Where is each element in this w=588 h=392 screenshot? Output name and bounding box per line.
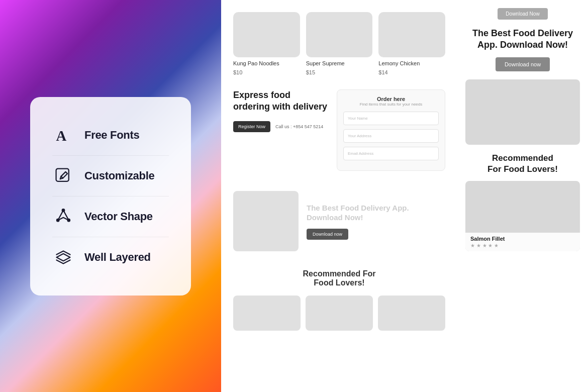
bottom-food-thumb-2 (306, 296, 373, 331)
food-name-3: Lemony Chicken (378, 60, 445, 66)
food-price-1: $10 (233, 69, 300, 75)
feature-item-vector-shape: Vector Shape (52, 197, 169, 237)
right-recommended-section: RecommendedFor Food Lovers! Salmon Fille… (465, 153, 580, 251)
feature-card: A Free Fonts Customizable (30, 97, 191, 296)
food-name-1: Kung Pao Noodles (233, 60, 300, 66)
food-item-1: Kung Pao Noodles $10 (233, 12, 300, 75)
download-title-mini: The Best Food Delivery App. Download Now… (307, 203, 445, 223)
salmon-card: Salmon Fillet ★ ★ ★ ★ ★ (465, 181, 580, 251)
well-layered-label: Well Layered (84, 251, 151, 264)
food-thumb-2 (306, 12, 373, 57)
right-main-title: The Best Food Delivery App. Download Now… (465, 28, 580, 51)
middle-panel: Kung Pao Noodles $10 Super Supreme $15 L… (221, 0, 457, 392)
your-address-field[interactable]: Your Address (343, 129, 439, 143)
right-panel: Download Now The Best Food Delivery App.… (457, 0, 588, 392)
svg-point-2 (62, 209, 65, 212)
vector-icon (52, 206, 74, 228)
layers-icon (52, 246, 74, 268)
food-price-3: $14 (378, 69, 445, 75)
svg-text:A: A (56, 127, 67, 143)
food-thumb-3 (378, 12, 445, 57)
express-text: Express food ordering with delivery Regi… (233, 89, 329, 171)
vector-shape-label: Vector Shape (84, 210, 153, 223)
bottom-food-thumb-3 (378, 296, 445, 331)
feature-item-free-fonts: A Free Fonts (52, 115, 169, 156)
svg-point-4 (68, 219, 70, 221)
svg-point-3 (57, 219, 59, 221)
call-text: Call us : +854 547 5214 (275, 124, 323, 129)
food-items-row: Kung Pao Noodles $10 Super Supreme $15 L… (221, 0, 457, 79)
register-now-button[interactable]: Register Now (233, 121, 270, 132)
free-fonts-label: Free Fonts (84, 129, 139, 142)
food-item-3: Lemony Chicken $14 (378, 12, 445, 75)
download-mini-section: The Best Food Delivery App. Download Now… (221, 181, 457, 261)
edit-icon (52, 165, 74, 187)
express-section: Express food ordering with delivery Regi… (221, 79, 457, 181)
food-price-2: $15 (306, 69, 373, 75)
download-thumb (233, 191, 299, 251)
salmon-stars: ★ ★ ★ ★ ★ (470, 243, 575, 248)
food-name-2: Super Supreme (306, 60, 373, 66)
feature-item-customizable: Customizable (52, 156, 169, 197)
font-icon: A (52, 124, 74, 146)
feature-item-well-layered: Well Layered (52, 237, 169, 277)
right-app-image (465, 79, 580, 145)
salmon-label: Salmon Fillet ★ ★ ★ ★ ★ (465, 233, 580, 251)
food-item-2: Super Supreme $15 (306, 12, 373, 75)
food-thumb-1 (233, 12, 300, 57)
order-form: Order here Find items that suits for you… (337, 89, 445, 171)
email-address-field[interactable]: Email Address (343, 147, 439, 160)
express-title: Express food ordering with delivery (233, 89, 329, 113)
bottom-food-row (221, 291, 457, 341)
right-main-section: The Best Food Delivery App. Download Now… (465, 28, 580, 145)
bottom-food-thumb-1 (233, 296, 301, 331)
order-form-title: Order here (343, 96, 439, 102)
recommended-title-middle: Recommended ForFood Lovers! (221, 261, 457, 291)
salmon-name: Salmon Fillet (470, 236, 575, 242)
right-recommended-title: RecommendedFor Food Lovers! (465, 153, 580, 175)
your-name-field[interactable]: Your Name (343, 112, 439, 125)
right-top-download-button[interactable]: Download Now (498, 8, 547, 20)
order-form-subtitle: Find items that suits for your needs (343, 102, 439, 107)
customizable-label: Customizable (84, 169, 154, 182)
left-panel: A Free Fonts Customizable (0, 0, 221, 392)
right-download-button[interactable]: Download now (496, 57, 550, 71)
download-now-button-mini[interactable]: Download now (307, 229, 348, 240)
download-text: The Best Food Delivery App. Download Now… (307, 203, 445, 240)
